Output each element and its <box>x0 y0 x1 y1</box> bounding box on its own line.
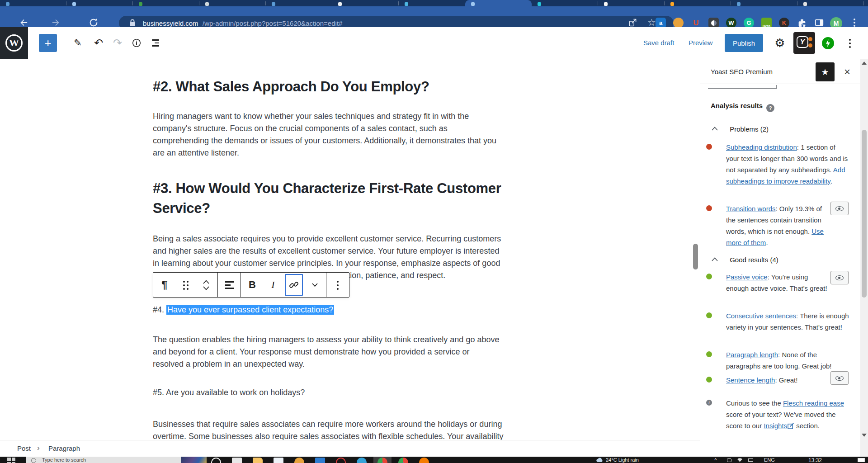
yoast-analysis-link[interactable]: Sentence length <box>726 376 775 384</box>
block-options-icon[interactable] <box>327 273 348 297</box>
good-results-section-toggle[interactable]: Good results (4) <box>712 256 778 264</box>
heading-q3[interactable]: #3. How Would You Characterize First-Rat… <box>153 179 501 218</box>
more-formats-chevron-icon[interactable] <box>304 273 325 297</box>
editor-scrollbar[interactable] <box>693 244 698 269</box>
yoast-analysis-link[interactable]: Subheading distribution <box>726 143 797 151</box>
close-panel-icon[interactable]: × <box>840 65 854 79</box>
highlight-eye-button[interactable] <box>830 271 849 284</box>
language-indicator[interactable]: ENG <box>764 457 775 463</box>
browser-tab[interactable] <box>797 0 864 6</box>
beta-extension-icon[interactable]: Beta <box>761 18 772 28</box>
keeper-icon[interactable]: K <box>779 18 789 28</box>
yoast-analysis-link[interactable]: Use more of them <box>726 227 824 246</box>
taskbar-search-box[interactable]: Type here to search <box>26 457 207 463</box>
drag-handle-icon[interactable] <box>175 273 196 297</box>
notification-center-icon[interactable] <box>858 458 865 462</box>
forward-icon[interactable] <box>51 18 61 28</box>
dark-mode-icon[interactable] <box>708 18 719 28</box>
chrome-icon[interactable] <box>398 458 408 463</box>
yoast-analysis-link[interactable]: Add subheadings to improve readability <box>726 166 845 185</box>
breadcrumb-root[interactable]: Post <box>17 444 31 452</box>
weather-widget-thumbnail[interactable] <box>181 457 207 463</box>
settings-gear-icon[interactable]: ⚙ <box>771 34 789 52</box>
add-block-button[interactable]: + <box>39 34 57 52</box>
browser-tab[interactable] <box>266 0 332 6</box>
task-view-icon[interactable] <box>232 458 242 463</box>
share-icon[interactable] <box>628 18 638 28</box>
problems-section-toggle[interactable]: Problems (2) <box>712 125 769 133</box>
file-explorer-icon[interactable] <box>253 458 263 463</box>
paragraph-q4-body[interactable]: The question enables the hiring managers… <box>153 334 499 370</box>
yoast-analysis-link[interactable]: Passive voice <box>726 273 768 281</box>
wordtune-icon[interactable]: W <box>726 18 736 28</box>
browser-tab[interactable] <box>731 0 797 6</box>
browser-tab[interactable] <box>332 0 399 6</box>
tray-device-icon[interactable] <box>727 458 731 462</box>
keyboard-tray-icon[interactable] <box>748 458 753 462</box>
undo-icon[interactable]: ↶ <box>90 34 108 52</box>
weather-text[interactable]: 24°C Light rain <box>606 457 639 463</box>
block-mover-icons[interactable] <box>196 273 217 297</box>
paragraph-block-icon[interactable]: ¶ <box>154 273 175 297</box>
browser-tab[interactable] <box>199 0 266 6</box>
options-menu-icon[interactable] <box>841 34 859 52</box>
post-editor-canvas[interactable]: #2. What Sales Approach Do You Employ? H… <box>0 59 700 440</box>
browser-tab[interactable] <box>66 0 133 6</box>
details-info-icon[interactable] <box>127 34 146 52</box>
yoast-analysis-link[interactable]: Insights <box>764 422 787 430</box>
firefox-icon[interactable] <box>419 458 429 463</box>
browser-tab[interactable] <box>598 0 665 6</box>
photos-app-icon[interactable] <box>274 458 283 463</box>
mail-icon[interactable] <box>315 458 325 463</box>
highlight-eye-button[interactable] <box>830 202 849 215</box>
browser-tab[interactable] <box>133 0 199 6</box>
heading-q2[interactable]: #2. What Sales Approach Do You Employ? <box>153 77 429 97</box>
yoast-analysis-link[interactable]: Consecutive sentences <box>726 312 796 320</box>
clock[interactable]: 13:32 <box>808 457 822 463</box>
reload-icon[interactable] <box>89 18 99 28</box>
edge-icon[interactable] <box>357 458 367 463</box>
highlight-eye-button[interactable] <box>830 371 849 385</box>
store-icon[interactable] <box>294 458 304 463</box>
start-button-icon[interactable] <box>7 458 15 463</box>
browser-menu-icon[interactable] <box>854 19 855 20</box>
back-icon[interactable] <box>19 18 29 28</box>
link-button[interactable] <box>283 273 304 297</box>
wifi-icon[interactable] <box>737 458 743 462</box>
paragraph-q5[interactable]: #5. Are you available to work on holiday… <box>153 387 305 399</box>
lock-icon[interactable] <box>129 19 136 27</box>
browser-tab[interactable] <box>532 0 598 6</box>
align-text-icon[interactable] <box>219 273 240 297</box>
yoast-analysis-link[interactable]: Paragraph length <box>726 351 778 359</box>
paragraph-q2[interactable]: Hiring managers want to know whether you… <box>153 110 496 159</box>
grammarly-icon[interactable]: G <box>744 18 754 28</box>
panel-scrollbar[interactable] <box>860 59 868 457</box>
u-extension-icon[interactable]: U <box>691 18 701 28</box>
browser-tab-strip[interactable] <box>0 0 868 6</box>
save-draft-button[interactable]: Save draft <box>643 39 674 47</box>
redo-icon[interactable]: ↷ <box>108 34 127 52</box>
q4-selected-text[interactable]: Have you ever surpassed client expectati… <box>166 305 334 315</box>
publish-button[interactable]: Publish <box>725 34 763 52</box>
tray-caret-icon[interactable]: ^ <box>714 457 717 463</box>
paragraph-q5-body[interactable]: Businesses that require sales associates… <box>153 418 503 440</box>
yoast-seo-icon[interactable]: Y <box>793 32 815 54</box>
preview-button[interactable]: Preview <box>689 39 712 47</box>
yoast-analysis-link[interactable]: Flesch reading ease <box>783 399 844 407</box>
jetpack-icon[interactable] <box>822 37 834 49</box>
coin-icon[interactable] <box>673 18 684 28</box>
bold-button[interactable]: B <box>242 273 263 297</box>
panel-scrollbar-thumb[interactable] <box>862 130 867 298</box>
italic-button[interactable]: I <box>263 273 283 297</box>
bookmark-star-icon[interactable]: ☆ <box>647 17 656 28</box>
browser-tab[interactable] <box>0 0 66 6</box>
wordpress-logo[interactable]: W <box>0 27 28 59</box>
opera-icon[interactable] <box>336 458 346 463</box>
amazon-assistant-icon[interactable]: a <box>656 18 666 28</box>
browser-tab[interactable] <box>399 0 465 6</box>
yoast-analysis-link[interactable]: Transition words <box>726 205 775 213</box>
browser-tab-active[interactable] <box>465 0 532 6</box>
list-view-icon[interactable] <box>146 34 165 52</box>
cortana-icon[interactable] <box>211 458 221 463</box>
help-icon[interactable]: ? <box>766 104 774 112</box>
